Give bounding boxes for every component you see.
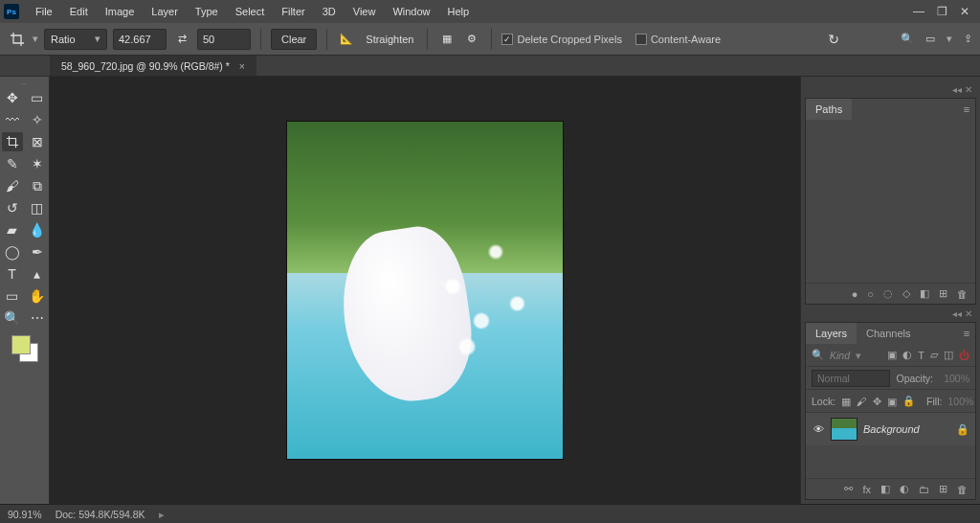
new-layer-icon[interactable]: ⊞ xyxy=(939,483,947,495)
menu-layer[interactable]: Layer xyxy=(143,0,187,23)
delete-cropped-checkbox[interactable]: ✓Delete Cropped Pixels xyxy=(501,34,621,45)
overlay-grid-icon[interactable]: ▦ xyxy=(437,30,457,49)
move-tool[interactable]: ✥ xyxy=(2,88,23,107)
menu-filter[interactable]: Filter xyxy=(273,0,313,23)
filter-adjust-icon[interactable]: ◐ xyxy=(902,349,912,361)
crop-width-input[interactable]: 42.667 xyxy=(113,29,167,50)
collapse-panels-icon[interactable]: ◂◂ ✕ xyxy=(801,84,980,98)
menu-type[interactable]: Type xyxy=(187,0,227,23)
add-mask-icon[interactable]: ◧ xyxy=(920,287,929,300)
status-doc-size[interactable]: Doc: 594.8K/594.8K xyxy=(56,509,145,520)
tools-grip[interactable]: ∙∙ xyxy=(2,80,48,86)
document-tab[interactable]: 58_960_720.jpg @ 90.9% (RGB/8#) * × xyxy=(50,55,256,76)
filter-type-icon[interactable]: T xyxy=(918,350,924,361)
new-group-icon[interactable]: 🗀 xyxy=(919,484,929,495)
brush-tool[interactable]: 🖌 xyxy=(2,176,23,195)
menu-image[interactable]: Image xyxy=(97,0,144,23)
straighten-label[interactable]: Straighten xyxy=(362,34,417,45)
menu-file[interactable]: File xyxy=(27,0,61,23)
menu-window[interactable]: Window xyxy=(384,0,438,23)
gradient-tool[interactable]: ▰ xyxy=(2,220,23,239)
filter-smart-icon[interactable]: ◫ xyxy=(944,349,953,361)
filter-kind-label[interactable]: Kind xyxy=(830,350,850,361)
stroke-path-icon[interactable]: ○ xyxy=(867,288,874,300)
zoom-tool[interactable]: 🔍 xyxy=(2,308,23,328)
share-icon[interactable]: ⇪ xyxy=(964,33,972,45)
lock-transparent-icon[interactable]: ▦ xyxy=(841,396,851,407)
crop-height-input[interactable]: 50 xyxy=(197,29,251,50)
layer-visibility-icon[interactable]: 👁 xyxy=(812,423,825,435)
path-select-tool[interactable]: ▴ xyxy=(27,264,48,284)
adjustment-layer-icon[interactable]: ◐ xyxy=(900,483,909,495)
delete-path-icon[interactable]: 🗑 xyxy=(957,288,968,300)
selection-from-path-icon[interactable]: ◌ xyxy=(883,287,893,300)
canvas-area[interactable] xyxy=(50,77,800,504)
dodge-tool[interactable]: ◯ xyxy=(2,242,23,262)
content-aware-checkbox[interactable]: Content-Aware xyxy=(635,34,721,45)
menu-edit[interactable]: Edit xyxy=(61,0,97,23)
pen-tool[interactable]: ✒ xyxy=(27,242,48,262)
lock-all-icon[interactable]: 🔒 xyxy=(902,395,915,407)
clone-stamp-tool[interactable]: ⧉ xyxy=(27,176,48,195)
lock-artboard-icon[interactable]: ▣ xyxy=(887,396,897,407)
filter-search-icon[interactable]: 🔍 xyxy=(812,349,824,361)
crop-tool-icon[interactable] xyxy=(8,30,27,49)
blend-mode-dropdown[interactable]: Normal xyxy=(812,370,890,387)
magic-wand-tool[interactable]: ✧ xyxy=(27,110,48,129)
color-swatches[interactable] xyxy=(8,333,42,368)
fill-value[interactable]: 100% xyxy=(947,396,973,407)
window-restore[interactable]: ❐ xyxy=(930,0,953,23)
channels-tab[interactable]: Channels xyxy=(857,323,920,344)
fill-path-icon[interactable]: ● xyxy=(852,288,858,300)
screen-mode-icon[interactable]: ▭ xyxy=(925,33,935,45)
document-canvas[interactable] xyxy=(287,122,563,459)
new-path-icon[interactable]: ⊞ xyxy=(939,287,947,300)
collapse-layers-icon[interactable]: ◂◂ ✕ xyxy=(801,308,980,322)
ratio-preset-dropdown[interactable]: Ratio▾ xyxy=(44,29,107,50)
layers-tab[interactable]: Layers xyxy=(806,323,857,344)
paths-tab[interactable]: Paths xyxy=(806,99,852,120)
swap-dimensions-icon[interactable]: ⇄ xyxy=(172,30,191,49)
menu-help[interactable]: Help xyxy=(439,0,479,23)
foreground-color-swatch[interactable] xyxy=(11,335,31,354)
layers-panel-menu-icon[interactable]: ≡ xyxy=(958,328,975,339)
menu-view[interactable]: View xyxy=(345,0,385,23)
filter-pixel-icon[interactable]: ▣ xyxy=(887,349,897,361)
add-mask-icon-layers[interactable]: ◧ xyxy=(880,483,890,495)
lasso-tool[interactable]: 〰 xyxy=(2,110,23,129)
window-close[interactable]: ✕ xyxy=(953,0,976,23)
clear-button[interactable]: Clear xyxy=(271,29,317,50)
status-arrow-icon[interactable]: ▸ xyxy=(159,509,165,520)
lock-pixels-icon[interactable]: 🖌 xyxy=(857,396,867,407)
healing-brush-tool[interactable]: ✶ xyxy=(27,154,48,173)
eyedropper-tool[interactable]: ✎ xyxy=(2,154,23,173)
frame-tool[interactable]: ⊠ xyxy=(27,132,48,151)
menu-select[interactable]: Select xyxy=(227,0,274,23)
crop-settings-icon[interactable]: ⚙ xyxy=(462,30,481,49)
status-zoom[interactable]: 90.91% xyxy=(8,509,42,520)
search-icon[interactable]: 🔍 xyxy=(901,33,914,45)
link-layers-icon[interactable]: ⚯ xyxy=(844,483,853,495)
window-minimize[interactable]: — xyxy=(907,0,930,23)
hand-tool[interactable]: ✋ xyxy=(27,286,48,306)
layer-name-label[interactable]: Background xyxy=(863,423,950,435)
history-brush-tool[interactable]: ↺ xyxy=(2,198,23,217)
menu-3d[interactable]: 3D xyxy=(314,0,345,23)
opacity-value[interactable]: 100% xyxy=(939,373,969,384)
blur-tool[interactable]: 💧 xyxy=(27,220,48,239)
layer-fx-icon[interactable]: fx xyxy=(862,484,871,495)
eraser-tool[interactable]: ◫ xyxy=(27,198,48,217)
marquee-tool[interactable]: ▭ xyxy=(27,88,48,107)
type-tool[interactable]: T xyxy=(2,264,23,284)
filter-toggle-icon[interactable]: ⏻ xyxy=(959,350,969,361)
layer-thumbnail[interactable] xyxy=(831,418,858,441)
paths-panel-menu-icon[interactable]: ≡ xyxy=(958,103,975,115)
layer-locked-icon[interactable]: 🔒 xyxy=(956,423,969,436)
straighten-icon[interactable]: 📐 xyxy=(337,30,356,49)
filter-shape-icon[interactable]: ▱ xyxy=(930,349,938,361)
delete-layer-icon[interactable]: 🗑 xyxy=(957,484,968,495)
layer-row-background[interactable]: 👁 Background 🔒 xyxy=(806,413,975,445)
shape-tool[interactable]: ▭ xyxy=(2,286,23,306)
crop-tool[interactable] xyxy=(2,132,23,151)
reset-crop-icon[interactable]: ↺ xyxy=(828,32,839,47)
